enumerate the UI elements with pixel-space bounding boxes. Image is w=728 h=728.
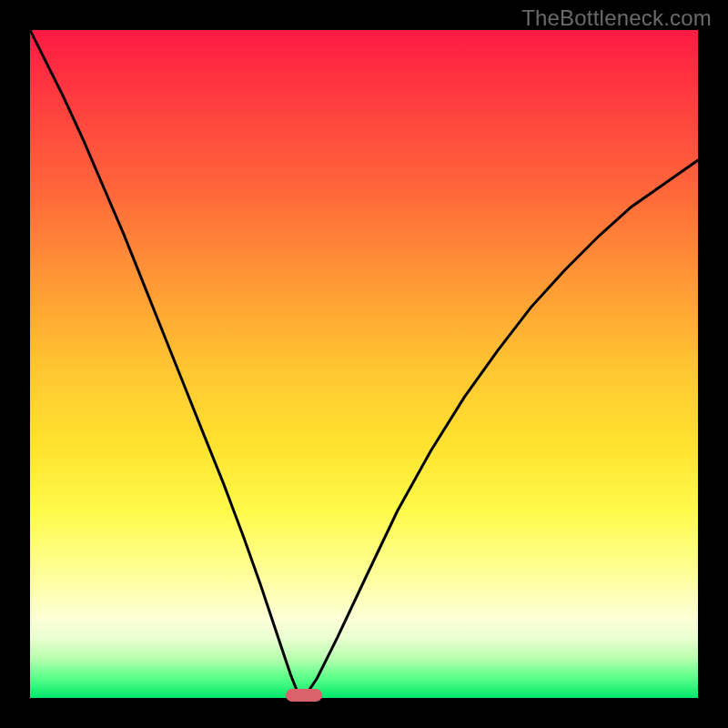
curve-right-branch (304, 160, 698, 698)
bottleneck-curve (30, 30, 698, 698)
minimum-marker (286, 689, 322, 702)
watermark-text: TheBottleneck.com (521, 5, 712, 31)
curve-left-branch (30, 30, 304, 698)
chart-frame: TheBottleneck.com (0, 0, 728, 728)
plot-area (30, 30, 698, 698)
